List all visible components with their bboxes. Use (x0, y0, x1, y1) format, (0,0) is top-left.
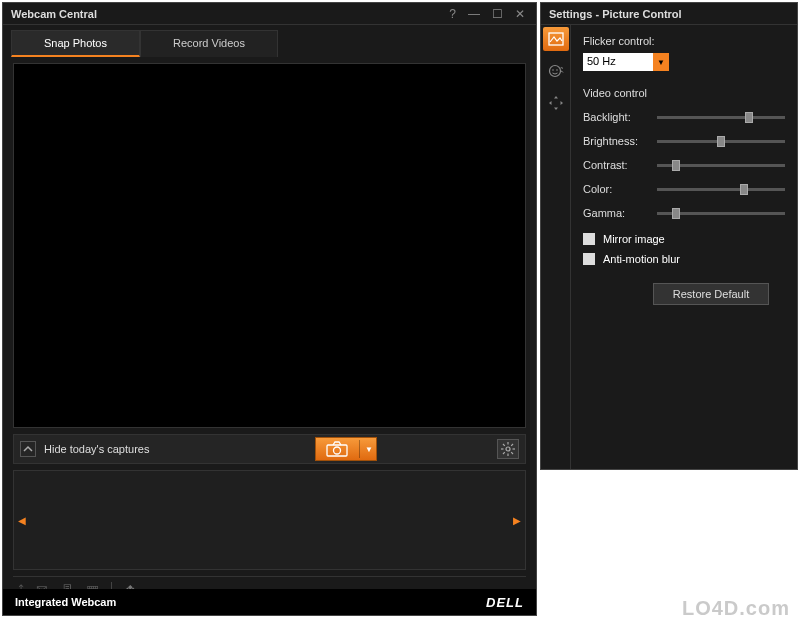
chevron-down-icon: ▼ (653, 53, 669, 71)
settings-category-tabs (541, 25, 571, 469)
restore-default-button[interactable]: Restore Default (653, 283, 769, 305)
status-bar: Integrated Webcam DELL (3, 589, 536, 615)
main-title: Webcam Central (11, 8, 446, 20)
captures-toggle-label: Hide today's captures (44, 443, 315, 455)
tab-snap-photos[interactable]: Snap Photos (11, 30, 140, 57)
settings-button[interactable] (497, 439, 519, 459)
help-button[interactable]: ? (446, 7, 459, 21)
face-icon (548, 63, 564, 79)
flicker-label: Flicker control: (583, 35, 785, 47)
thumb-next-button[interactable]: ▶ (511, 511, 523, 530)
flicker-value: 50 Hz (583, 53, 653, 71)
gamma-label: Gamma: (583, 207, 657, 219)
settings-content: Flicker control: 50 Hz ▼ Video control B… (571, 25, 797, 469)
close-button[interactable]: ✕ (512, 7, 528, 21)
snap-photo-button[interactable]: ▼ (315, 437, 377, 461)
svg-line-8 (511, 452, 513, 454)
svg-point-2 (506, 447, 510, 451)
gear-icon (501, 442, 515, 456)
chevron-up-icon (23, 444, 33, 454)
brightness-slider[interactable] (657, 140, 785, 143)
gamma-row: Gamma: (583, 201, 785, 225)
video-control-label: Video control (583, 87, 785, 99)
contrast-slider[interactable] (657, 164, 785, 167)
webcam-preview (13, 63, 526, 428)
face-effects-tab[interactable] (543, 59, 569, 83)
maximize-button[interactable]: ☐ (489, 7, 506, 21)
svg-line-7 (503, 444, 505, 446)
dell-logo: DELL (486, 595, 524, 610)
svg-point-13 (552, 69, 554, 71)
settings-window: Settings - Picture Control Flicker contr… (540, 2, 798, 470)
brightness-label: Brightness: (583, 135, 657, 147)
anti-motion-blur-row: Anti-motion blur (583, 253, 785, 265)
move-icon (548, 95, 564, 111)
svg-point-1 (333, 447, 340, 454)
picture-control-tab[interactable] (543, 27, 569, 51)
contrast-row: Contrast: (583, 153, 785, 177)
camera-icon (326, 441, 348, 457)
collapse-captures-button[interactable] (20, 441, 36, 457)
tab-record-videos[interactable]: Record Videos (140, 30, 278, 57)
mode-tabs: Snap Photos Record Videos (3, 25, 536, 57)
mirror-image-row: Mirror image (583, 233, 785, 245)
backlight-slider[interactable] (657, 116, 785, 119)
watermark: LO4D.com (682, 597, 790, 620)
mirror-image-label: Mirror image (603, 233, 665, 245)
anti-motion-blur-label: Anti-motion blur (603, 253, 680, 265)
restore-default-label: Restore Default (673, 288, 749, 300)
gamma-slider[interactable] (657, 212, 785, 215)
svg-line-9 (503, 452, 505, 454)
flicker-select[interactable]: 50 Hz ▼ (583, 53, 669, 71)
tab-snap-photos-label: Snap Photos (44, 37, 107, 49)
svg-line-10 (511, 444, 513, 446)
svg-point-14 (556, 69, 558, 71)
brightness-row: Brightness: (583, 129, 785, 153)
contrast-label: Contrast: (583, 159, 657, 171)
webcam-central-window: Webcam Central ? — ☐ ✕ Snap Photos Recor… (2, 2, 537, 616)
mirror-image-checkbox[interactable] (583, 233, 595, 245)
color-row: Color: (583, 177, 785, 201)
minimize-button[interactable]: — (465, 7, 483, 21)
tab-record-videos-label: Record Videos (173, 37, 245, 49)
thumbnail-strip: ◀ ▶ (13, 470, 526, 570)
color-label: Color: (583, 183, 657, 195)
thumb-prev-button[interactable]: ◀ (16, 511, 28, 530)
color-slider[interactable] (657, 188, 785, 191)
main-titlebar: Webcam Central ? — ☐ ✕ (3, 3, 536, 25)
backlight-label: Backlight: (583, 111, 657, 123)
settings-titlebar: Settings - Picture Control (541, 3, 797, 25)
capture-bar: Hide today's captures ▼ (13, 434, 526, 464)
pan-zoom-tab[interactable] (543, 91, 569, 115)
svg-point-12 (549, 66, 560, 77)
webcam-name: Integrated Webcam (15, 596, 116, 608)
picture-icon (548, 32, 564, 46)
anti-motion-blur-checkbox[interactable] (583, 253, 595, 265)
backlight-row: Backlight: (583, 105, 785, 129)
settings-title: Settings - Picture Control (549, 8, 789, 20)
snap-dropdown-arrow[interactable]: ▼ (362, 445, 376, 454)
